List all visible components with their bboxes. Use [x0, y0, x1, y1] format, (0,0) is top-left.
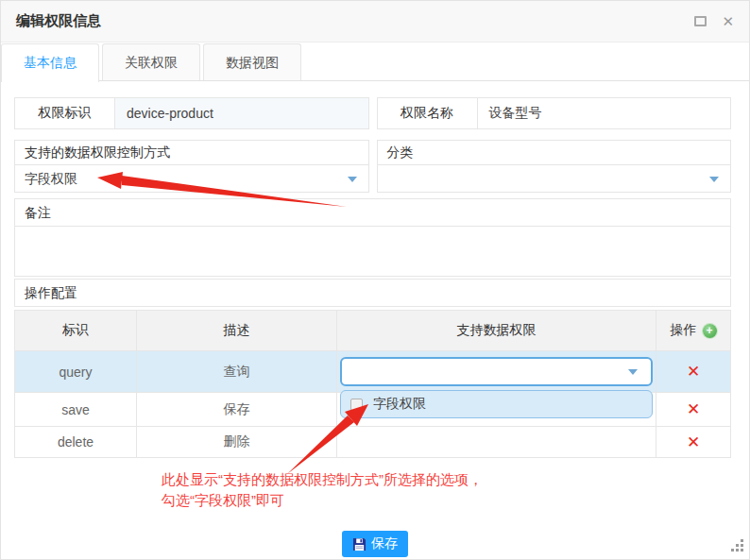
tab-data-view[interactable]: 数据视图 [203, 43, 301, 80]
dialog-title: 编辑权限信息 [16, 12, 101, 30]
row-id: delete [15, 427, 137, 457]
restore-window-icon[interactable] [694, 16, 707, 26]
remark-label: 备注 [14, 198, 731, 227]
table-row-query: query 查询 字段权限 ✕ [15, 350, 730, 392]
basic-info-panel: 权限标识 device-product 权限名称 设备型号 支持的数据权限控制方… [1, 97, 749, 458]
chevron-down-icon [709, 177, 719, 182]
operation-config-section: 操作配置 [14, 279, 731, 307]
annotation-line-1: 此处显示“支持的数据权限控制方式”所选择的选项， [162, 469, 483, 490]
header-id: 标识 [15, 311, 137, 350]
header-action-label: 操作 [671, 322, 697, 339]
remark-field: 备注 [14, 198, 731, 277]
delete-row-icon[interactable]: ✕ [687, 364, 700, 380]
save-button[interactable]: 保存 [342, 531, 408, 557]
data-permission-combobox[interactable] [340, 357, 653, 386]
dropdown-option-label[interactable]: 字段权限 [373, 396, 426, 413]
row-desc: 保存 [137, 393, 337, 426]
header-desc: 描述 [137, 311, 337, 350]
resize-grip[interactable] [731, 539, 744, 552]
category-label: 分类 [377, 140, 732, 165]
permission-name-input[interactable]: 设备型号 [478, 98, 731, 128]
chevron-down-icon [628, 369, 638, 375]
row-data-permission-cell: 字段权限 [337, 351, 656, 392]
edit-permission-dialog: 编辑权限信息 ✕ 基本信息 关联权限 数据视图 权限标识 device-prod… [0, 0, 750, 560]
row-desc: 删除 [137, 427, 337, 457]
close-icon[interactable]: ✕ [722, 14, 734, 28]
row-id: save [15, 393, 137, 426]
field-permission-checkbox[interactable] [350, 399, 363, 411]
row-action-cell: ✕ [656, 427, 730, 457]
permission-id-label: 权限标识 [15, 98, 115, 128]
remark-textarea[interactable] [14, 226, 731, 277]
save-button-label: 保存 [371, 535, 398, 552]
add-operation-icon[interactable]: + [703, 324, 717, 338]
table-header-row: 标识 描述 支持数据权限 操作 + [15, 311, 730, 350]
row-desc: 查询 [137, 351, 337, 392]
tab-basic-info[interactable]: 基本信息 [1, 43, 99, 82]
permission-id-input[interactable]: device-product [115, 98, 368, 128]
tab-bar: 基本信息 关联权限 数据视图 [1, 42, 749, 81]
delete-row-icon[interactable]: ✕ [687, 434, 700, 450]
floppy-disk-icon [352, 537, 366, 552]
row-action-cell: ✕ [656, 351, 730, 392]
header-action: 操作 + [656, 311, 730, 350]
data-control-label: 支持的数据权限控制方式 [14, 140, 369, 165]
data-permission-dropdown-panel: 字段权限 [340, 390, 653, 418]
field-row-1: 权限标识 device-product 权限名称 设备型号 [14, 97, 731, 129]
permission-name-field: 权限名称 设备型号 [377, 97, 732, 129]
table-row-delete: delete 删除 ✕ [15, 426, 730, 457]
permission-name-label: 权限名称 [378, 98, 478, 128]
window-controls: ✕ [694, 14, 734, 28]
row-data-permission-cell[interactable] [337, 427, 656, 457]
operation-config-title: 操作配置 [14, 279, 731, 307]
dialog-titlebar: 编辑权限信息 ✕ [1, 1, 749, 42]
delete-row-icon[interactable]: ✕ [687, 401, 700, 417]
category-select[interactable] [377, 164, 732, 193]
annotation-line-2: 勾选“字段权限”即可 [162, 490, 483, 511]
chevron-down-icon [348, 177, 357, 182]
field-row-2: 支持的数据权限控制方式 字段权限 分类 [14, 140, 731, 193]
operations-table: 标识 描述 支持数据权限 操作 + query 查询 字段权限 [14, 310, 731, 458]
data-control-select-value: 字段权限 [25, 171, 77, 186]
row-id: query [15, 351, 137, 392]
row-action-cell: ✕ [656, 393, 730, 426]
dialog-footer: 保存 [1, 531, 749, 557]
category-field: 分类 [377, 140, 732, 193]
tab-related-permissions[interactable]: 关联权限 [102, 43, 200, 80]
data-control-field: 支持的数据权限控制方式 字段权限 [14, 140, 369, 193]
permission-id-field: 权限标识 device-product [14, 97, 369, 129]
header-data-permission: 支持数据权限 [337, 311, 656, 350]
annotation-text: 此处显示“支持的数据权限控制方式”所选择的选项， 勾选“字段权限”即可 [162, 469, 483, 511]
data-control-select[interactable]: 字段权限 [14, 164, 369, 193]
